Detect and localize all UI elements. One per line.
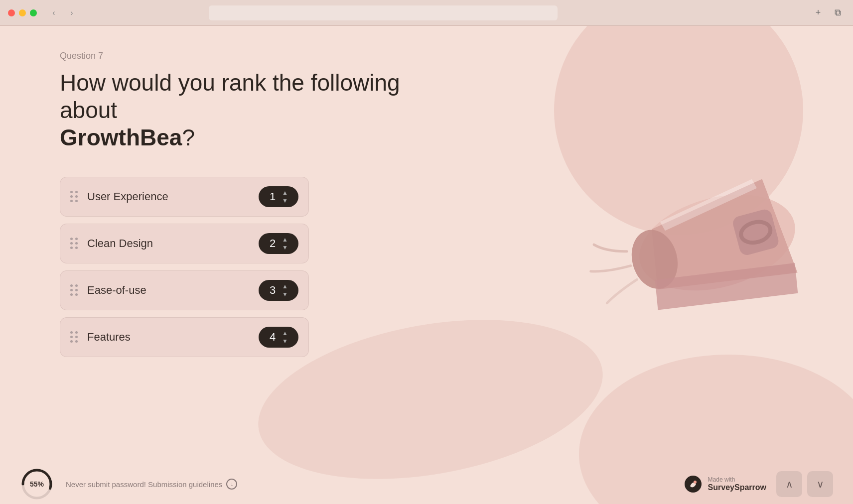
- rank-selector-2[interactable]: 2 ▲ ▼: [259, 233, 298, 254]
- new-tab-button[interactable]: +: [811, 6, 825, 20]
- brand-name: SurveySparrow: [708, 483, 766, 492]
- ranking-item-4[interactable]: Features 4 ▲ ▼: [60, 317, 309, 357]
- drag-handle-4: [70, 331, 78, 343]
- progress-percent: 55%: [30, 480, 44, 488]
- rank-up-3[interactable]: ▲: [282, 283, 288, 290]
- item-label-1: User Experience: [87, 190, 259, 203]
- browser-nav: ‹ ›: [47, 6, 79, 20]
- rank-number-3: 3: [268, 284, 278, 297]
- submission-note-text: Never submit password! Submission guidel…: [66, 480, 222, 489]
- rank-number-2: 2: [268, 237, 278, 250]
- address-bar[interactable]: [209, 5, 558, 20]
- forward-button[interactable]: ›: [65, 6, 79, 20]
- rank-selector-1[interactable]: 1 ▲ ▼: [259, 186, 298, 207]
- rank-up-4[interactable]: ▲: [282, 330, 288, 337]
- brand-made-with: Made with: [708, 476, 766, 483]
- rank-selector-3[interactable]: 3 ▲ ▼: [259, 280, 298, 301]
- window-actions: + ⧉: [811, 6, 845, 20]
- question-title-bold: GrowthBea: [60, 125, 182, 150]
- drag-handle-3: [70, 284, 78, 296]
- rank-arrows-1: ▲ ▼: [282, 189, 288, 204]
- rank-up-1[interactable]: ▲: [282, 189, 288, 196]
- surveysparrow-icon: [684, 475, 702, 493]
- window-mode-button[interactable]: ⧉: [831, 6, 845, 20]
- footer: 55% Never submit password! Submission gu…: [0, 464, 853, 504]
- minimize-button[interactable]: [19, 9, 26, 16]
- progress-circle: 55%: [20, 467, 54, 501]
- rank-down-2[interactable]: ▼: [282, 244, 288, 251]
- submission-guidelines-icon[interactable]: ↓: [226, 479, 237, 490]
- item-label-2: Clean Design: [87, 237, 259, 250]
- drag-handle-1: [70, 191, 78, 202]
- ranking-item-1[interactable]: User Experience 1 ▲ ▼: [60, 177, 309, 217]
- surveysparrow-brand: Made with SurveySparrow: [684, 475, 766, 493]
- footer-nav-buttons: ∧ ∨: [776, 471, 833, 497]
- nav-up-button[interactable]: ∧: [776, 471, 802, 497]
- item-label-3: Ease-of-use: [87, 284, 259, 297]
- question-container: Question 7 How would you rank the follow…: [60, 51, 409, 357]
- drag-handle-2: [70, 238, 78, 249]
- back-button[interactable]: ‹: [47, 6, 61, 20]
- question-title-plain: How would you rank the following about: [60, 70, 400, 123]
- main-content: Question 7 How would you rank the follow…: [0, 26, 853, 504]
- maximize-button[interactable]: [30, 9, 37, 16]
- brand-text: Made with SurveySparrow: [708, 476, 766, 492]
- submission-note[interactable]: Never submit password! Submission guidel…: [66, 479, 237, 490]
- item-label-4: Features: [87, 331, 259, 344]
- ranking-list: User Experience 1 ▲ ▼ Clean Design: [60, 177, 409, 357]
- megaphone-illustration: [549, 66, 823, 389]
- question-title-punctuation: ?: [182, 125, 195, 150]
- ranking-item-2[interactable]: Clean Design 2 ▲ ▼: [60, 224, 309, 263]
- traffic-lights: [8, 9, 37, 16]
- rank-number-4: 4: [268, 331, 278, 344]
- question-title: How would you rank the following about G…: [60, 69, 409, 152]
- rank-down-4[interactable]: ▼: [282, 338, 288, 345]
- window-chrome: ‹ › + ⧉: [0, 0, 853, 26]
- rank-arrows-3: ▲ ▼: [282, 283, 288, 298]
- nav-down-button[interactable]: ∨: [807, 471, 833, 497]
- rank-arrows-2: ▲ ▼: [282, 236, 288, 251]
- ranking-item-3[interactable]: Ease-of-use 3 ▲ ▼: [60, 270, 309, 310]
- rank-number-1: 1: [268, 190, 278, 203]
- rank-up-2[interactable]: ▲: [282, 236, 288, 243]
- close-button[interactable]: [8, 9, 15, 16]
- rank-down-1[interactable]: ▼: [282, 197, 288, 204]
- rank-selector-4[interactable]: 4 ▲ ▼: [259, 327, 298, 348]
- svg-point-7: [694, 481, 697, 484]
- question-label: Question 7: [60, 51, 409, 61]
- rank-arrows-4: ▲ ▼: [282, 330, 288, 345]
- rank-down-3[interactable]: ▼: [282, 291, 288, 298]
